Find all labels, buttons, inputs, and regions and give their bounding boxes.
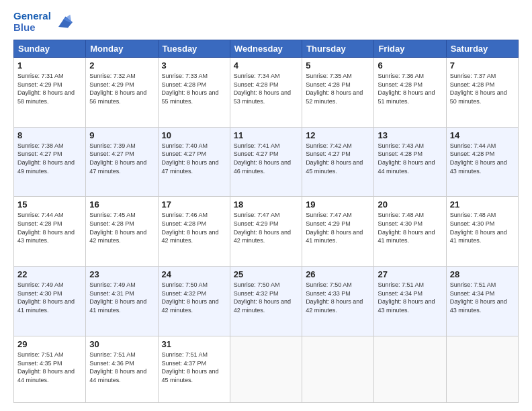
calendar-cell — [302, 336, 374, 402]
logo-icon — [54, 13, 73, 32]
cell-info: Sunrise: 7:51 AMSunset: 4:35 PMDaylight:… — [17, 351, 82, 384]
cell-info: Sunrise: 7:32 AMSunset: 4:29 PMDaylight:… — [89, 72, 154, 105]
calendar-cell: 19 Sunrise: 7:47 AMSunset: 4:29 PMDaylig… — [302, 197, 374, 267]
weekday-monday: Monday — [86, 40, 158, 58]
calendar-cell: 4 Sunrise: 7:34 AMSunset: 4:28 PMDayligh… — [230, 58, 302, 128]
weekday-thursday: Thursday — [302, 40, 374, 58]
cell-info: Sunrise: 7:51 AMSunset: 4:34 PMDaylight:… — [378, 281, 442, 314]
cell-info: Sunrise: 7:48 AMSunset: 4:30 PMDaylight:… — [450, 211, 515, 244]
cell-info: Sunrise: 7:41 AMSunset: 4:27 PMDaylight:… — [234, 142, 298, 175]
day-number: 9 — [89, 130, 154, 140]
cell-info: Sunrise: 7:35 AMSunset: 4:28 PMDaylight:… — [306, 72, 370, 105]
calendar-cell: 27 Sunrise: 7:51 AMSunset: 4:34 PMDaylig… — [374, 267, 446, 336]
calendar-cell: 25 Sunrise: 7:50 AMSunset: 4:32 PMDaylig… — [230, 267, 302, 336]
day-number: 22 — [17, 269, 82, 279]
cell-info: Sunrise: 7:40 AMSunset: 4:27 PMDaylight:… — [162, 142, 226, 175]
cell-info: Sunrise: 7:44 AMSunset: 4:28 PMDaylight:… — [17, 211, 82, 244]
logo-text: General — [13, 11, 51, 22]
calendar-cell: 21 Sunrise: 7:48 AMSunset: 4:30 PMDaylig… — [446, 197, 518, 267]
calendar-cell: 8 Sunrise: 7:38 AMSunset: 4:27 PMDayligh… — [14, 127, 86, 197]
day-number: 6 — [378, 60, 442, 71]
weekday-saturday: Saturday — [446, 40, 518, 58]
cell-info: Sunrise: 7:50 AMSunset: 4:33 PMDaylight:… — [306, 281, 370, 314]
calendar-cell: 3 Sunrise: 7:33 AMSunset: 4:28 PMDayligh… — [158, 58, 230, 128]
calendar-cell: 6 Sunrise: 7:36 AMSunset: 4:28 PMDayligh… — [374, 58, 446, 128]
day-number: 15 — [17, 199, 82, 210]
cell-info: Sunrise: 7:48 AMSunset: 4:30 PMDaylight:… — [378, 211, 442, 244]
day-number: 10 — [162, 130, 226, 140]
day-number: 16 — [89, 199, 154, 210]
day-number: 2 — [89, 60, 154, 71]
day-number: 4 — [234, 60, 298, 71]
day-number: 28 — [450, 269, 515, 279]
calendar-table: SundayMondayTuesdayWednesdayThursdayFrid… — [13, 40, 519, 403]
day-number: 12 — [306, 130, 370, 140]
day-number: 30 — [89, 339, 154, 349]
cell-info: Sunrise: 7:50 AMSunset: 4:32 PMDaylight:… — [162, 281, 226, 314]
cell-info: Sunrise: 7:36 AMSunset: 4:28 PMDaylight:… — [378, 72, 442, 105]
weekday-sunday: Sunday — [14, 40, 86, 58]
calendar-cell: 15 Sunrise: 7:44 AMSunset: 4:28 PMDaylig… — [14, 197, 86, 267]
logo: General Blue — [13, 11, 73, 33]
weekday-header-row: SundayMondayTuesdayWednesdayThursdayFrid… — [14, 40, 519, 58]
cell-info: Sunrise: 7:47 AMSunset: 4:29 PMDaylight:… — [234, 211, 298, 244]
cell-info: Sunrise: 7:45 AMSunset: 4:28 PMDaylight:… — [89, 211, 154, 244]
cell-info: Sunrise: 7:43 AMSunset: 4:28 PMDaylight:… — [378, 142, 442, 175]
cell-info: Sunrise: 7:51 AMSunset: 4:36 PMDaylight:… — [89, 351, 154, 384]
day-number: 23 — [89, 269, 154, 279]
calendar-cell: 13 Sunrise: 7:43 AMSunset: 4:28 PMDaylig… — [374, 127, 446, 197]
cell-info: Sunrise: 7:50 AMSunset: 4:32 PMDaylight:… — [234, 281, 298, 314]
calendar-cell: 26 Sunrise: 7:50 AMSunset: 4:33 PMDaylig… — [302, 267, 374, 336]
calendar-cell: 31 Sunrise: 7:51 AMSunset: 4:37 PMDaylig… — [158, 336, 230, 402]
calendar-cell: 1 Sunrise: 7:31 AMSunset: 4:29 PMDayligh… — [14, 58, 86, 128]
calendar-cell: 16 Sunrise: 7:45 AMSunset: 4:28 PMDaylig… — [86, 197, 158, 267]
calendar-cell: 2 Sunrise: 7:32 AMSunset: 4:29 PMDayligh… — [86, 58, 158, 128]
calendar-cell — [446, 336, 518, 402]
day-number: 7 — [450, 60, 515, 71]
calendar-cell — [230, 336, 302, 402]
cell-info: Sunrise: 7:51 AMSunset: 4:34 PMDaylight:… — [450, 281, 515, 314]
cell-info: Sunrise: 7:38 AMSunset: 4:27 PMDaylight:… — [17, 142, 82, 175]
day-number: 24 — [162, 269, 226, 279]
weekday-friday: Friday — [374, 40, 446, 58]
cell-info: Sunrise: 7:47 AMSunset: 4:29 PMDaylight:… — [306, 211, 370, 244]
day-number: 5 — [306, 60, 370, 71]
calendar-cell: 5 Sunrise: 7:35 AMSunset: 4:28 PMDayligh… — [302, 58, 374, 128]
calendar-cell: 23 Sunrise: 7:49 AMSunset: 4:31 PMDaylig… — [86, 267, 158, 336]
day-number: 8 — [17, 130, 82, 140]
calendar-cell: 11 Sunrise: 7:41 AMSunset: 4:27 PMDaylig… — [230, 127, 302, 197]
calendar-cell: 24 Sunrise: 7:50 AMSunset: 4:32 PMDaylig… — [158, 267, 230, 336]
day-number: 18 — [234, 199, 298, 210]
calendar-cell: 18 Sunrise: 7:47 AMSunset: 4:29 PMDaylig… — [230, 197, 302, 267]
cell-info: Sunrise: 7:49 AMSunset: 4:30 PMDaylight:… — [17, 281, 82, 314]
calendar-cell: 29 Sunrise: 7:51 AMSunset: 4:35 PMDaylig… — [14, 336, 86, 402]
calendar-cell: 14 Sunrise: 7:44 AMSunset: 4:28 PMDaylig… — [446, 127, 518, 197]
day-number: 20 — [378, 199, 442, 210]
calendar-cell: 20 Sunrise: 7:48 AMSunset: 4:30 PMDaylig… — [374, 197, 446, 267]
cell-info: Sunrise: 7:44 AMSunset: 4:28 PMDaylight:… — [450, 142, 515, 175]
calendar-cell: 12 Sunrise: 7:42 AMSunset: 4:27 PMDaylig… — [302, 127, 374, 197]
cell-info: Sunrise: 7:37 AMSunset: 4:28 PMDaylight:… — [450, 72, 515, 105]
calendar-cell: 28 Sunrise: 7:51 AMSunset: 4:34 PMDaylig… — [446, 267, 518, 336]
header: General Blue — [13, 11, 519, 33]
day-number: 21 — [450, 199, 515, 210]
day-number: 26 — [306, 269, 370, 279]
day-number: 17 — [162, 199, 226, 210]
cell-info: Sunrise: 7:49 AMSunset: 4:31 PMDaylight:… — [89, 281, 154, 314]
calendar-cell: 7 Sunrise: 7:37 AMSunset: 4:28 PMDayligh… — [446, 58, 518, 128]
weekday-wednesday: Wednesday — [230, 40, 302, 58]
calendar-cell: 30 Sunrise: 7:51 AMSunset: 4:36 PMDaylig… — [86, 336, 158, 402]
day-number: 14 — [450, 130, 515, 140]
logo-subtext: Blue — [13, 22, 51, 34]
cell-info: Sunrise: 7:46 AMSunset: 4:28 PMDaylight:… — [162, 211, 226, 244]
day-number: 1 — [17, 60, 82, 71]
day-number: 29 — [17, 339, 82, 349]
cell-info: Sunrise: 7:34 AMSunset: 4:28 PMDaylight:… — [234, 72, 298, 105]
cell-info: Sunrise: 7:42 AMSunset: 4:27 PMDaylight:… — [306, 142, 370, 175]
calendar-cell: 9 Sunrise: 7:39 AMSunset: 4:27 PMDayligh… — [86, 127, 158, 197]
day-number: 27 — [378, 269, 442, 279]
day-number: 25 — [234, 269, 298, 279]
cell-info: Sunrise: 7:51 AMSunset: 4:37 PMDaylight:… — [162, 351, 226, 384]
day-number: 19 — [306, 199, 370, 210]
day-number: 13 — [378, 130, 442, 140]
